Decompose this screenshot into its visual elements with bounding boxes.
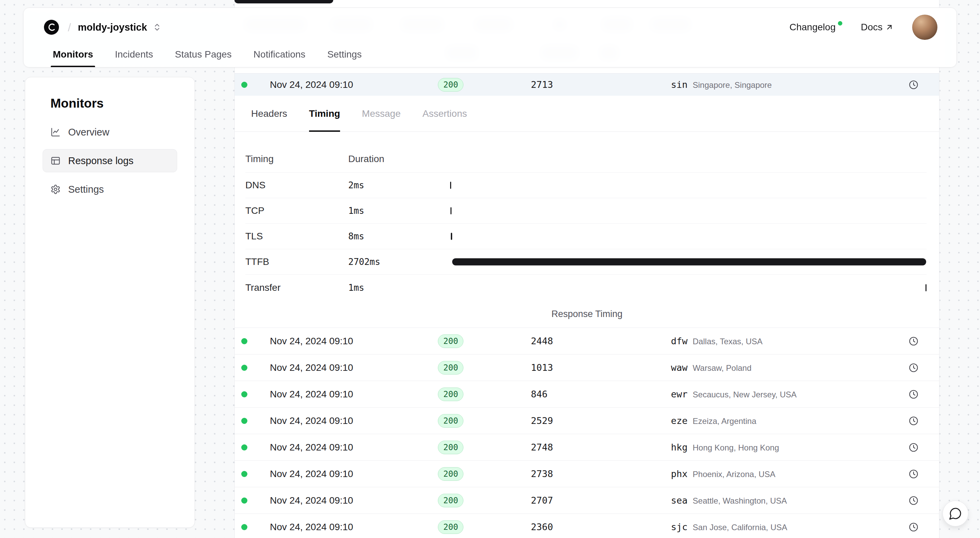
log-latency: 2713 <box>531 79 671 90</box>
region-code: dfw <box>671 336 687 346</box>
nav-tab-notifications[interactable]: Notifications <box>253 42 305 67</box>
header-top-row: / moldy-joystick Changelog Docs <box>24 8 956 42</box>
nav-tab-settings[interactable]: Settings <box>327 42 361 67</box>
timing-row-transfer: Transfer 1ms <box>245 275 926 300</box>
nav-tab-monitors[interactable]: Monitors <box>53 42 93 67</box>
region-name: Warsaw, Poland <box>693 363 752 373</box>
main-content-panel: Nov 24, 2024 09:10 200 2713 sin Singapor… <box>234 0 939 538</box>
log-region: waw Warsaw, Poland <box>671 362 888 373</box>
sidebar: Monitors Overview Response logs Settings <box>25 77 195 528</box>
status-code-badge: 200 <box>438 334 463 348</box>
log-row[interactable]: Nov 24, 2024 09:10 200 846 ewr Secaucus,… <box>235 381 939 407</box>
log-row[interactable]: Nov 24, 2024 09:10 200 2738 phx Phoenix,… <box>235 460 939 487</box>
log-region: dfw Dallas, Texas, USA <box>671 336 888 346</box>
header-nav-tabs: Monitors Incidents Status Pages Notifica… <box>24 42 956 67</box>
region-name: Dallas, Texas, USA <box>693 337 763 346</box>
sidebar-item-response-logs[interactable]: Response logs <box>43 149 177 172</box>
timing-row-tls: TLS 8ms <box>245 224 926 249</box>
tab-assertions[interactable]: Assertions <box>423 96 467 132</box>
log-latency: 1013 <box>531 362 671 373</box>
log-date: Nov 24, 2024 09:10 <box>270 442 438 453</box>
changelog-link[interactable]: Changelog <box>789 22 842 33</box>
region-name: Seattle, Washington, USA <box>693 496 787 506</box>
log-date: Nov 24, 2024 09:10 <box>270 468 438 479</box>
log-region: sin Singapore, Singapore <box>671 79 888 90</box>
sidebar-item-label: Settings <box>68 184 104 195</box>
clock-icon[interactable] <box>908 336 919 346</box>
toast-remnant <box>234 0 333 3</box>
status-ok-dot <box>241 524 247 530</box>
tab-timing[interactable]: Timing <box>309 96 340 132</box>
clock-icon[interactable] <box>908 363 919 373</box>
log-detail-tabs: Headers Timing Message Assertions <box>235 96 939 132</box>
log-latency: 2360 <box>531 522 671 532</box>
timing-table: Timing Duration DNS 2ms TCP 1ms TLS 8ms … <box>245 145 926 300</box>
log-date: Nov 24, 2024 09:10 <box>270 389 438 400</box>
sidebar-item-overview[interactable]: Overview <box>43 121 177 144</box>
log-latency: 2748 <box>531 442 671 452</box>
workspace-logo-icon[interactable] <box>43 19 60 35</box>
clock-icon[interactable] <box>908 495 919 506</box>
sidebar-item-settings[interactable]: Settings <box>43 178 177 201</box>
timing-bar-tcp <box>450 207 452 214</box>
status-code-badge: 200 <box>438 441 463 454</box>
gear-icon <box>51 184 60 194</box>
clock-icon[interactable] <box>908 442 919 452</box>
log-date: Nov 24, 2024 09:10 <box>270 336 438 347</box>
status-code-badge: 200 <box>438 387 463 401</box>
region-name: Phoenix, Arizona, USA <box>693 470 776 479</box>
region-code: sin <box>671 79 687 90</box>
region-name: Ezeiza, Argentina <box>693 416 756 426</box>
status-ok-dot <box>241 391 247 397</box>
log-date: Nov 24, 2024 09:10 <box>270 495 438 506</box>
status-code-badge: 200 <box>438 361 463 375</box>
header-right-group: Changelog Docs <box>789 15 937 40</box>
tab-message[interactable]: Message <box>362 96 401 132</box>
log-row[interactable]: Nov 24, 2024 09:10 200 2448 dfw Dallas, … <box>235 328 939 354</box>
nav-tab-incidents[interactable]: Incidents <box>115 42 153 67</box>
timing-row-ttfb: TTFB 2702ms <box>245 249 926 275</box>
log-row[interactable]: Nov 24, 2024 09:10 200 2360 sjc San Jose… <box>235 514 939 538</box>
status-code-badge: 200 <box>438 520 463 534</box>
table-icon <box>51 156 60 166</box>
region-code: waw <box>671 362 687 373</box>
clock-icon[interactable] <box>908 80 919 90</box>
timing-bar-dns <box>450 182 451 189</box>
status-ok-dot <box>241 365 247 371</box>
log-latency: 2448 <box>531 336 671 346</box>
clock-icon[interactable] <box>908 469 919 479</box>
status-code-badge: 200 <box>438 414 463 428</box>
timing-row-tcp: TCP 1ms <box>245 198 926 224</box>
app-header: / moldy-joystick Changelog Docs Monitors… <box>23 8 957 67</box>
docs-link[interactable]: Docs <box>861 22 894 33</box>
region-name: Hong Kong, Hong Kong <box>693 443 779 452</box>
status-code-badge: 200 <box>438 78 463 92</box>
chevrons-up-down-icon <box>153 23 162 32</box>
log-row[interactable]: Nov 24, 2024 09:10 200 2707 sea Seattle,… <box>235 487 939 514</box>
log-date: Nov 24, 2024 09:10 <box>270 416 438 426</box>
tab-headers[interactable]: Headers <box>251 96 287 132</box>
region-code: eze <box>671 416 687 426</box>
chat-button[interactable] <box>942 500 969 527</box>
workspace-picker[interactable]: moldy-joystick <box>78 22 161 33</box>
log-row[interactable]: Nov 24, 2024 09:10 200 2529 eze Ezeiza, … <box>235 407 939 434</box>
arrow-up-right-icon <box>885 23 894 32</box>
timing-table-header: Timing Duration <box>245 145 926 173</box>
workspace-name: moldy-joystick <box>78 22 147 33</box>
log-latency: 846 <box>531 389 671 400</box>
timing-track <box>450 224 926 249</box>
log-latency: 2738 <box>531 468 671 479</box>
user-avatar[interactable] <box>912 15 937 40</box>
clock-icon[interactable] <box>908 416 919 426</box>
log-row[interactable]: Nov 24, 2024 09:10 200 2748 hkg Hong Kon… <box>235 434 939 460</box>
timing-track <box>450 198 926 223</box>
nav-tab-status-pages[interactable]: Status Pages <box>175 42 232 67</box>
timing-col-header: Timing <box>245 154 348 165</box>
region-code: phx <box>671 468 687 479</box>
log-row-selected[interactable]: Nov 24, 2024 09:10 200 2713 sin Singapor… <box>235 73 939 96</box>
log-row[interactable]: Nov 24, 2024 09:10 200 1013 waw Warsaw, … <box>235 354 939 381</box>
clock-icon[interactable] <box>908 522 919 532</box>
log-list: Nov 24, 2024 09:10 200 2448 dfw Dallas, … <box>235 328 939 538</box>
clock-icon[interactable] <box>908 389 919 400</box>
timing-track <box>450 275 926 300</box>
